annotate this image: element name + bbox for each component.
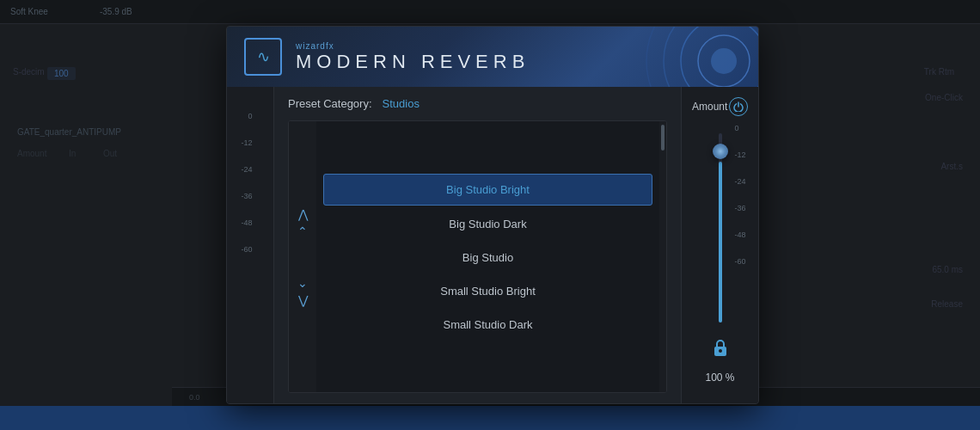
nav-down-single-btn[interactable]: ⌄ — [297, 277, 308, 289]
right-tick-36: -36 — [734, 205, 745, 212]
left-tick-36: -36 — [241, 193, 252, 200]
slider-fill — [719, 162, 722, 322]
right-tick-60: -60 — [734, 258, 745, 266]
amount-panel: Amount 0 -12 -24 -36 — [681, 87, 758, 403]
lock-icon[interactable] — [713, 338, 728, 361]
svg-point-4 — [711, 48, 737, 74]
preset-list-container: ⋀ ⌃ ⌄ ⋁ Big Studio Bright Big Studio Dar… — [288, 120, 667, 393]
preset-category-value: Studios — [383, 97, 420, 110]
bg-right-4: 65.0 ms — [932, 265, 963, 274]
power-icon — [733, 101, 744, 112]
plugin-window: ∿ wizardFX MODERN REVERB 0 -12 -24 -36 -… — [226, 26, 759, 404]
bg-out-label: Out — [103, 149, 117, 158]
left-tick-60: -60 — [241, 246, 252, 254]
bg-gate-label: GATE_quarter_ANTIPUMP — [17, 127, 121, 137]
right-tick-24: -24 — [734, 178, 745, 186]
bg-amount-label: Amount — [17, 149, 46, 158]
preset-item-big-studio-bright[interactable]: Big Studio Bright — [323, 174, 652, 206]
left-vu-scale: 0 -12 -24 -36 -48 -60 — [241, 113, 259, 273]
preset-list: Big Studio Bright Big Studio Dark Big St… — [316, 121, 659, 392]
bg-right-2: One-Click — [925, 93, 963, 102]
right-tick-12: -12 — [734, 151, 745, 159]
bg-label-1: S-decim — [13, 67, 45, 77]
brand-name: wizardFX — [296, 41, 530, 51]
daw-top-bar: Soft Knee -35.9 dB — [0, 0, 980, 24]
amount-value: 100 % — [705, 372, 734, 384]
product-name: MODERN REVERB — [296, 51, 530, 73]
nav-down-double-btn[interactable]: ⋁ — [298, 294, 308, 306]
header-decoration — [586, 27, 758, 87]
lock-svg — [713, 338, 728, 357]
center-panel: Preset Category: Studios ⋀ ⌃ ⌄ ⋁ Big Stu… — [274, 87, 681, 403]
left-tick-12: -12 — [241, 139, 252, 147]
bg-right-5: Release — [931, 299, 963, 309]
preset-category-label: Preset Category: — [288, 97, 372, 110]
right-vu-scale: 0 -12 -24 -36 -48 -60 — [734, 125, 745, 285]
preset-item-big-studio[interactable]: Big Studio — [323, 243, 652, 273]
logo-symbol: ∿ — [257, 47, 270, 66]
amount-header: Amount — [682, 97, 758, 116]
bg-right-1: Trk Rtm — [924, 67, 954, 77]
bg-label-2: 100 — [47, 67, 76, 80]
plugin-header: ∿ wizardFX MODERN REVERB — [227, 27, 758, 87]
amount-label: Amount — [692, 101, 727, 113]
plugin-title: wizardFX MODERN REVERB — [296, 41, 530, 73]
right-tick-48: -48 — [734, 231, 745, 239]
left-tick-0: 0 — [248, 113, 252, 120]
slider-thumb[interactable] — [713, 144, 728, 159]
preset-item-big-studio-dark[interactable]: Big Studio Dark — [323, 209, 652, 239]
daw-db-value: -35.9 dB — [100, 7, 132, 16]
daw-bottom-bar — [0, 406, 980, 430]
left-tick-48: -48 — [241, 219, 252, 227]
preset-item-small-studio-dark[interactable]: Small Studio Dark — [323, 310, 652, 340]
preset-nav: ⋀ ⌃ ⌄ ⋁ — [289, 121, 316, 392]
preset-row: Preset Category: Studios — [288, 97, 667, 110]
slider-wrapper: 0 -12 -24 -36 -48 -60 — [719, 125, 722, 331]
right-tick-0: 0 — [734, 125, 745, 132]
preset-item-small-studio-bright[interactable]: Small Studio Bright — [323, 276, 652, 306]
bg-right-3: Arst.s — [940, 162, 963, 171]
preset-scrollbar[interactable] — [659, 121, 666, 392]
plugin-content: 0 -12 -24 -36 -48 -60 Preset Category: S… — [227, 87, 758, 403]
bg-in-label: In — [69, 149, 76, 158]
left-tick-24: -24 — [241, 166, 252, 174]
vu-strip-left: 0 -12 -24 -36 -48 -60 — [227, 87, 274, 403]
svg-point-6 — [719, 349, 722, 353]
daw-top-label: Soft Knee — [10, 7, 48, 16]
scrollbar-thumb — [661, 125, 665, 150]
plugin-logo: ∿ — [244, 38, 282, 76]
amount-slider-container: 0 -12 -24 -36 -48 -60 — [682, 125, 758, 393]
amount-slider-track[interactable] — [719, 133, 722, 322]
nav-up-double-btn[interactable]: ⋀ — [298, 208, 308, 220]
power-button[interactable] — [729, 97, 748, 116]
nav-up-single-btn[interactable]: ⌃ — [297, 225, 308, 237]
